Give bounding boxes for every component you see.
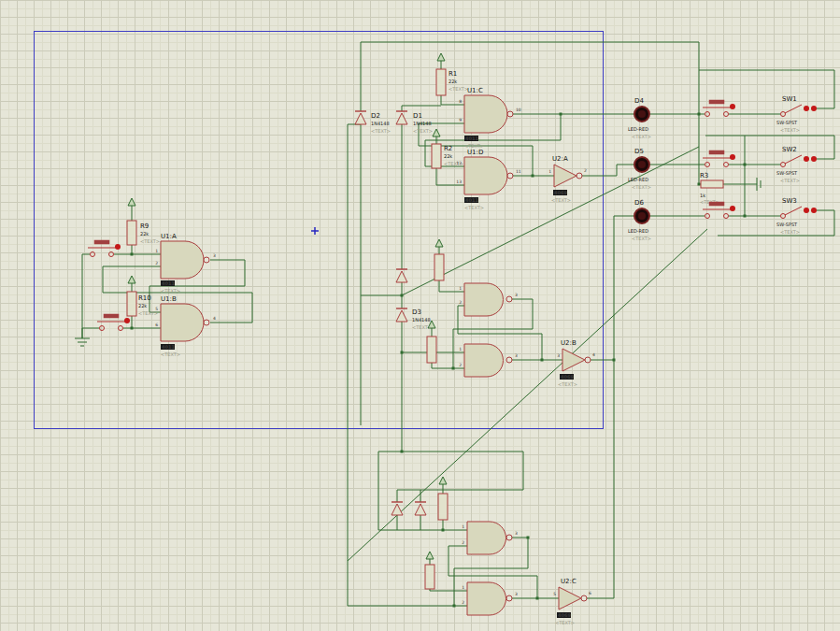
- inversion-bubble-icon: [506, 595, 512, 601]
- diode-bottom-1[interactable]: [392, 502, 403, 515]
- switch-sw1[interactable]: SW1 SW-SPST <TEXT>: [776, 95, 817, 133]
- button-terminal-icon: [724, 112, 729, 117]
- nand-gate-bottom-1[interactable]: 1 2 3: [462, 522, 518, 554]
- schematic-svg: R9 22k <TEXT> R10 22k <TEXT> U1:A 4011 <…: [0, 0, 840, 631]
- button-cap-icon: [104, 314, 119, 318]
- resistor-r1[interactable]: R1 22k <TEXT>: [436, 69, 468, 95]
- ref-label: SW1: [782, 95, 797, 103]
- nand-body-icon: [161, 304, 204, 341]
- pin-number: 8: [459, 99, 462, 104]
- ref-label: R2: [444, 145, 452, 152]
- ref-label: U1:D: [467, 149, 483, 156]
- led-d6[interactable]: D6 LED-RED <TEXT>: [628, 199, 651, 241]
- button-cap-icon: [709, 151, 724, 154]
- vcc-arrow-icon[interactable]: [128, 276, 135, 283]
- nand-gate-middle-1[interactable]: 1 2 3: [459, 283, 518, 316]
- ref-label: R9: [140, 222, 149, 230]
- resistor-middle-1[interactable]: [434, 254, 444, 280]
- nand-gate-bottom-2[interactable]: 1 2 3: [462, 582, 518, 615]
- text-label: <TEXT>: [780, 178, 800, 183]
- led-d5[interactable]: D5 LED-RED <TEXT>: [628, 148, 651, 190]
- nand-gate-u1b[interactable]: U1:B 4011 <TEXT> 5 6 4: [155, 295, 216, 357]
- led-core-icon: [638, 212, 646, 220]
- resistor-body-icon: [701, 180, 723, 188]
- ref-label: U2:B: [561, 339, 577, 347]
- led-core-icon: [638, 110, 646, 118]
- button-terminal-icon: [724, 163, 729, 167]
- resistor-body-icon: [127, 221, 136, 245]
- switch-terminal-icon: [781, 214, 786, 219]
- pin-number: 2: [459, 300, 462, 305]
- inverter-body-icon: [559, 587, 581, 609]
- ground-icon[interactable]: [75, 328, 90, 346]
- nand-gate-u1c[interactable]: U1:C 4011 <TEXT> 8 9 10: [459, 87, 521, 149]
- resistor-r3[interactable]: R3 1k <TEXT>: [700, 172, 723, 205]
- ref-label: U1:A: [161, 233, 177, 240]
- text-label: <TEXT>: [371, 128, 391, 134]
- resistor-body-icon: [438, 494, 448, 520]
- text-label: <TEXT>: [632, 184, 651, 190]
- ref-label: U2:C: [561, 578, 577, 585]
- vcc-arrow-icon[interactable]: [439, 477, 447, 484]
- switch-sw2[interactable]: SW2 SW-SPST <TEXT>: [776, 146, 817, 183]
- inversion-bubble-icon: [204, 257, 209, 263]
- pin-number: 3: [515, 592, 518, 596]
- value-label: 1k: [700, 193, 705, 198]
- nand-body-icon: [464, 157, 507, 194]
- inverter-u2a[interactable]: U2:A 4069 <TEXT> 1 2: [548, 155, 587, 203]
- resistor-middle-2[interactable]: [427, 337, 436, 363]
- inversion-bubble-icon: [507, 111, 513, 117]
- resistor-body-icon: [127, 292, 136, 316]
- nand-body-icon: [464, 283, 504, 316]
- resistor-r9[interactable]: R9 22k <TEXT>: [127, 221, 160, 245]
- value-label: 4011: [465, 136, 478, 141]
- pin-number: 9: [459, 118, 462, 122]
- resistor-bottom-2[interactable]: [425, 565, 434, 589]
- nand-gate-u1d[interactable]: U1:D 4011 <TEXT> 12 13 11: [456, 149, 521, 210]
- sheet-border: [35, 32, 604, 429]
- schematic-canvas[interactable]: R9 22k <TEXT> R10 22k <TEXT> U1:A 4011 <…: [0, 0, 840, 631]
- nand-gate-middle-2[interactable]: 1 2 3: [459, 344, 518, 377]
- resistor-bottom-1[interactable]: [438, 494, 448, 520]
- resistor-r10[interactable]: R10 22k <TEXT>: [127, 292, 158, 316]
- pin-number: 1: [548, 169, 551, 174]
- inverter-u2b[interactable]: U2:B 4069 <TEXT> 3 4: [557, 339, 595, 387]
- value-label: 22k: [448, 79, 457, 84]
- vcc-arrow-icon[interactable]: [128, 198, 135, 206]
- text-label: <TEXT>: [413, 128, 433, 134]
- value-label: LED-RED: [628, 126, 648, 132]
- switch-sw3[interactable]: SW3 SW-SPST <TEXT>: [776, 197, 817, 235]
- nand-gate-u1a[interactable]: U1:A 4011 <TEXT> 1 2 3: [155, 233, 216, 294]
- inversion-bubble-icon: [581, 595, 587, 601]
- led-d4[interactable]: D4 LED-RED <TEXT>: [628, 97, 651, 139]
- vcc-arrow-icon[interactable]: [437, 53, 445, 61]
- ref-label: R10: [138, 294, 151, 302]
- resistor-body-icon: [436, 69, 446, 95]
- state-dot-icon: [811, 208, 817, 213]
- ref-label: D2: [371, 112, 380, 120]
- state-dot-icon: [730, 104, 735, 109]
- ref-label: D4: [634, 97, 644, 105]
- text-label: <TEXT>: [780, 127, 800, 133]
- resistor-body-icon: [434, 254, 444, 280]
- vcc-arrow-icon[interactable]: [426, 552, 434, 559]
- state-dot-icon: [124, 318, 130, 323]
- ref-label: U2:A: [552, 155, 568, 163]
- value-label: 4069: [561, 374, 574, 380]
- text-label: <TEXT>: [632, 134, 651, 139]
- nand-body-icon: [464, 344, 504, 377]
- ref-label: SW3: [782, 197, 797, 205]
- ref-label: U1:B: [161, 295, 177, 303]
- text-label: <TEXT>: [464, 205, 484, 210]
- vcc-arrow-icon[interactable]: [433, 129, 440, 136]
- rail-terminal-icon[interactable]: [757, 178, 761, 191]
- diode-middle[interactable]: [396, 269, 407, 282]
- inversion-bubble-icon: [585, 357, 591, 363]
- inverter-u2c[interactable]: U2:C 4069 <TEXT> 5 6: [553, 578, 591, 625]
- vcc-arrow-icon[interactable]: [435, 239, 443, 247]
- value-label: 1N4148: [413, 121, 432, 126]
- value-label: LED-RED: [628, 177, 648, 182]
- inversion-bubble-icon: [506, 296, 512, 302]
- diode-bottom-2[interactable]: [415, 502, 426, 515]
- button-terminal-icon: [109, 252, 114, 257]
